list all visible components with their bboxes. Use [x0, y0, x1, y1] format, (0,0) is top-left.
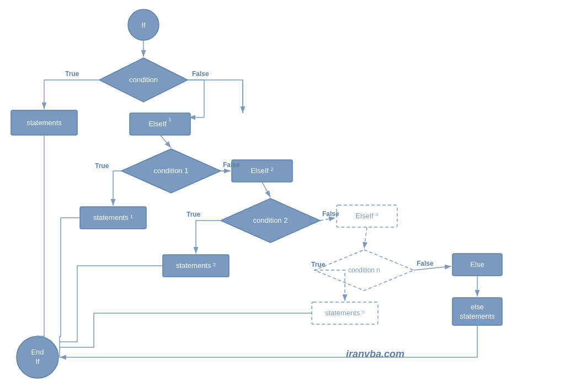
- edge-true-label4: True: [311, 261, 326, 269]
- edge-true-label1: True: [65, 70, 79, 78]
- conditionn-label: condition n: [348, 266, 380, 274]
- if-label: If: [141, 21, 146, 29]
- else-statements-node: [452, 298, 502, 325]
- elseif2-label: ElseIf 2: [250, 167, 273, 175]
- endif-label1: End: [31, 348, 44, 356]
- statements1-label: statements 1: [93, 213, 133, 222]
- background: [0, 0, 565, 392]
- condition2-label: condition 2: [253, 216, 288, 224]
- edge-false-label1: False: [192, 70, 209, 78]
- statements2-label: statements 2: [176, 261, 216, 270]
- statementsn-label: statements n: [325, 309, 365, 317]
- edge-true-label3: True: [186, 211, 201, 218]
- condition-label: condition: [129, 76, 158, 84]
- endif-label2: If: [35, 357, 40, 366]
- statements-label: statements: [26, 119, 62, 127]
- else-label: Else: [470, 260, 484, 269]
- condition1-label: condition 1: [154, 167, 189, 175]
- watermark: iranvba.com: [346, 348, 404, 359]
- edge-false-label2: False: [223, 161, 240, 169]
- else-statements-label2: statements: [460, 312, 495, 320]
- else-statements-label: else: [471, 303, 484, 311]
- edge-false-label3: False: [322, 210, 339, 218]
- flowchart-svg: If condition statements ElseIf 1 conditi…: [0, 0, 565, 392]
- edge-true-label2: True: [95, 162, 109, 170]
- edge-false-label4: False: [417, 260, 434, 267]
- elseifn-label: ElseIf n: [355, 212, 378, 220]
